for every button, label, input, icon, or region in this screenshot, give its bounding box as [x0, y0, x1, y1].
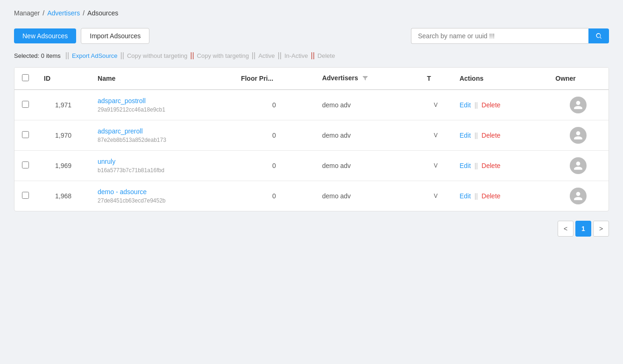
breadcrumb-sep-2: / — [83, 9, 85, 17]
page-1-button[interactable]: 1 — [575, 221, 591, 237]
import-adsources-button[interactable]: Import Adsources — [81, 28, 149, 44]
action-sep-3: || — [474, 192, 480, 200]
header-floor-price: Floor Pri... — [234, 68, 315, 90]
row-name-main-1[interactable]: adsparc_preroll — [98, 127, 226, 135]
header-owner: Owner — [548, 68, 609, 90]
row-checkbox-cell-3 — [14, 181, 36, 211]
row-actions-2: Edit || Delete — [452, 151, 548, 181]
breadcrumb: Manager / Advertisers / Adsources — [14, 9, 609, 17]
row-id-3: 1,968 — [36, 181, 90, 211]
export-adsource-action[interactable]: Export AdSource — [72, 52, 118, 59]
adsources-table: ID Name Floor Pri... Advertisers T Actio… — [14, 68, 609, 211]
row-actions-1: Edit || Delete — [452, 120, 548, 151]
edit-button-2[interactable]: Edit — [460, 162, 471, 169]
row-id-0: 1,971 — [36, 90, 90, 120]
delete-button-0[interactable]: Delete — [481, 101, 500, 109]
row-uuid-2: b16a5773b7c71b81a16fbd — [98, 167, 226, 174]
action-bar: Selected: 0 items || Export AdSource || … — [14, 51, 609, 60]
active-action[interactable]: Active — [258, 52, 275, 59]
selected-items-label: Selected: 0 items — [14, 52, 63, 59]
search-wrapper — [411, 28, 609, 44]
row-t-2: V — [419, 151, 452, 181]
delete-button-2[interactable]: Delete — [481, 162, 500, 169]
table-header-row: ID Name Floor Pri... Advertisers T Actio… — [14, 68, 609, 90]
next-page-button[interactable]: > — [593, 221, 609, 237]
table-body: 1,971 adsparc_postroll 29a9195212cc46a18… — [14, 90, 609, 211]
row-name-main-3[interactable]: demo - adsource — [98, 188, 226, 196]
advertisers-filter-icon[interactable] — [362, 75, 368, 83]
row-t-1: V — [419, 120, 452, 151]
table-row: 1,971 adsparc_postroll 29a9195212cc46a18… — [14, 90, 609, 120]
pagination: < 1 > — [14, 221, 609, 237]
new-adsources-button[interactable]: New Adsources — [14, 28, 76, 43]
sep-6: || — [311, 51, 314, 60]
row-actions-3: Edit || Delete — [452, 181, 548, 211]
row-floor-0: 0 — [234, 90, 315, 120]
row-checkbox-cell-2 — [14, 151, 36, 181]
header-id: ID — [36, 68, 90, 90]
edit-button-0[interactable]: Edit — [460, 101, 471, 109]
row-advertiser-2: demo adv — [315, 151, 420, 181]
delete-action[interactable]: Delete — [318, 52, 335, 59]
delete-button-1[interactable]: Delete — [481, 132, 500, 139]
header-name: Name — [90, 68, 234, 90]
inactive-action[interactable]: In-Active — [284, 52, 308, 59]
row-uuid-3: 27de8451cb63ecd7e9452b — [98, 197, 226, 204]
prev-page-button[interactable]: < — [558, 221, 573, 237]
avatar-2 — [570, 157, 587, 174]
row-advertiser-0: demo adv — [315, 90, 420, 120]
row-name-main-2[interactable]: unruly — [98, 158, 226, 165]
breadcrumb-sep-1: / — [42, 9, 44, 17]
user-icon-1 — [573, 130, 583, 140]
row-name-3: demo - adsource 27de8451cb63ecd7e9452b — [90, 181, 234, 211]
user-icon-3 — [573, 191, 583, 201]
breadcrumb-advertisers[interactable]: Advertisers — [47, 9, 80, 17]
search-input[interactable] — [411, 28, 588, 44]
row-floor-1: 0 — [234, 120, 315, 151]
row-floor-3: 0 — [234, 181, 315, 211]
row-owner-0 — [548, 90, 609, 120]
row-name-main-0[interactable]: adsparc_postroll — [98, 97, 226, 105]
row-owner-3 — [548, 181, 609, 211]
row-t-3: V — [419, 181, 452, 211]
table-row: 1,970 adsparc_preroll 87e2eb8b513a852dea… — [14, 120, 609, 151]
user-icon-2 — [573, 161, 583, 171]
row-floor-2: 0 — [234, 151, 315, 181]
row-id-1: 1,970 — [36, 120, 90, 151]
header-advertisers: Advertisers — [315, 68, 420, 90]
edit-button-1[interactable]: Edit — [460, 132, 471, 139]
table-row: 1,968 demo - adsource 27de8451cb63ecd7e9… — [14, 181, 609, 211]
user-icon-0 — [573, 100, 583, 110]
row-checkbox-cell-0 — [14, 90, 36, 120]
copy-without-targeting-action[interactable]: Copy without targeting — [127, 52, 187, 59]
header-actions: Actions — [452, 68, 548, 90]
action-sep-0: || — [474, 101, 480, 109]
copy-with-targeting-action[interactable]: Copy with targeting — [197, 52, 249, 59]
row-name-1: adsparc_preroll 87e2eb8b513a852deab173 — [90, 120, 234, 151]
sep-4: || — [252, 51, 255, 60]
row-checkbox-1[interactable] — [22, 131, 29, 138]
row-actions-0: Edit || Delete — [452, 90, 548, 120]
row-advertiser-3: demo adv — [315, 181, 420, 211]
header-checkbox-cell — [14, 68, 36, 90]
row-name-2: unruly b16a5773b7c71b81a16fbd — [90, 151, 234, 181]
breadcrumb-current: Adsources — [87, 9, 118, 17]
edit-button-3[interactable]: Edit — [460, 192, 471, 200]
row-checkbox-3[interactable] — [22, 192, 29, 199]
header-t: T — [419, 68, 452, 90]
row-t-0: V — [419, 90, 452, 120]
search-icon — [595, 32, 602, 40]
row-owner-2 — [548, 151, 609, 181]
avatar-1 — [570, 127, 587, 144]
row-name-0: adsparc_postroll 29a9195212cc46a18e9cb1 — [90, 90, 234, 120]
delete-button-3[interactable]: Delete — [481, 192, 500, 200]
row-uuid-0: 29a9195212cc46a18e9cb1 — [98, 106, 226, 113]
table-row: 1,969 unruly b16a5773b7c71b81a16fbd 0 de… — [14, 151, 609, 181]
sep-5: || — [278, 51, 282, 60]
page-wrapper: Manager / Advertisers / Adsources New Ad… — [0, 0, 623, 364]
row-checkbox-0[interactable] — [22, 101, 29, 108]
avatar-0 — [570, 97, 587, 113]
row-checkbox-2[interactable] — [22, 161, 29, 168]
select-all-checkbox[interactable] — [22, 74, 29, 81]
search-button[interactable] — [588, 28, 609, 43]
